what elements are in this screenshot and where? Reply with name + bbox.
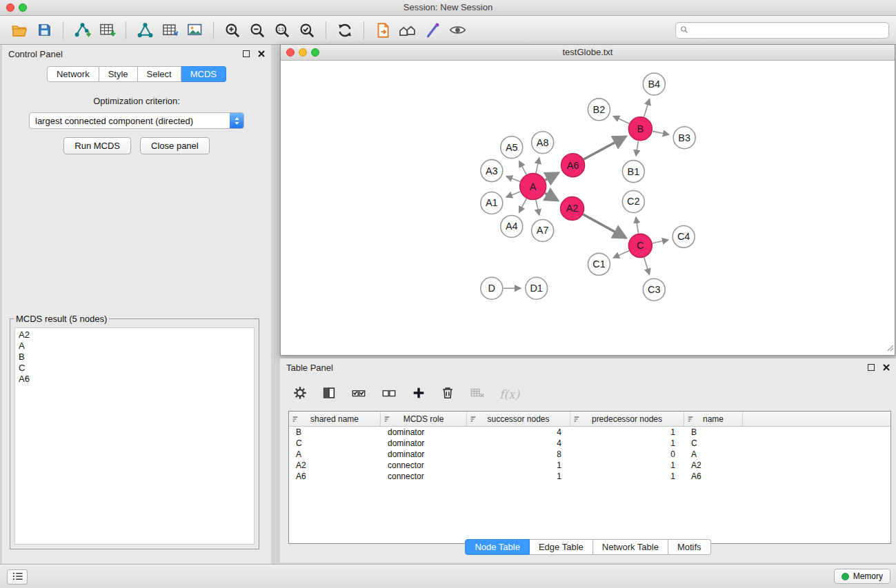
graph-node[interactable]: A4 [501,215,523,237]
show-hide-button[interactable] [445,19,470,42]
save-button[interactable] [32,19,57,42]
graph-node[interactable]: A8 [532,132,554,154]
graph-node[interactable]: C3 [643,278,665,301]
new-table-button[interactable] [157,19,182,42]
graph-edge[interactable] [506,192,520,197]
select-all-button[interactable] [350,385,367,403]
tab-style[interactable]: Style [99,66,138,82]
home-overview-button[interactable] [395,19,420,42]
graph-node-dominator[interactable]: A [520,174,546,200]
graph-node-dominator[interactable]: A6 [561,154,585,177]
graph-node[interactable]: A7 [532,219,554,241]
graph-node[interactable]: A5 [501,136,523,159]
delete-column-button[interactable] [469,385,486,403]
table-row[interactable]: A6connector11A6 [289,471,890,482]
column-header-shared-name[interactable]: shared name [289,412,381,426]
show-columns-button[interactable] [321,385,337,403]
table-settings-button[interactable] [292,385,308,403]
refresh-button[interactable] [332,19,357,42]
network-minimize-icon[interactable] [299,48,307,57]
graph-edge[interactable] [613,251,629,258]
graph-edge[interactable] [583,214,626,238]
window-close-icon[interactable] [6,3,14,12]
graph-edge[interactable] [519,199,527,212]
resize-grip[interactable] [886,342,894,354]
close-panel-icon[interactable] [883,363,890,373]
graph-node[interactable]: B2 [588,99,610,121]
table-row[interactable]: Adominator80A [289,449,890,460]
graph-node[interactable]: D1 [526,277,548,299]
result-item[interactable]: C [15,363,254,374]
tab-select[interactable]: Select [138,66,181,82]
graph-edge[interactable] [636,141,638,155]
tab-network-table[interactable]: Network Table [593,539,668,555]
new-network-button[interactable] [132,19,157,42]
graph-node[interactable]: C1 [588,253,610,275]
export-image-button[interactable] [182,19,207,42]
add-row-button[interactable] [411,385,426,403]
graph-edge[interactable] [545,193,558,200]
zoom-out-button[interactable] [245,19,270,42]
network-close-icon[interactable] [286,48,295,57]
close-panel-button[interactable]: Close panel [140,137,210,154]
table-row[interactable]: Bdominator41B [289,427,890,438]
mcds-result-list[interactable]: A2ABCA6 [14,327,255,545]
tab-motifs[interactable]: Motifs [668,539,711,555]
graph-edge[interactable] [636,217,639,233]
column-header-successor-nodes[interactable]: successor nodes [467,412,570,426]
export-document-button[interactable] [370,19,395,42]
graph-edge[interactable] [613,116,629,124]
delete-row-button[interactable] [440,385,455,403]
graph-node[interactable]: C4 [673,225,695,247]
tab-edge-table[interactable]: Edge Table [530,539,593,555]
search-input[interactable] [692,25,884,36]
graph-node[interactable]: B1 [622,161,644,183]
graph-edge[interactable] [644,258,650,275]
network-zoom-icon[interactable] [311,48,319,57]
style-brush-button[interactable] [420,19,445,42]
table-row[interactable]: Cdominator41C [289,438,890,449]
graph-node[interactable]: B3 [673,127,695,149]
table-row[interactable]: A2connector11A2 [289,460,890,471]
zoom-reset-button[interactable]: 1:1 [270,19,295,42]
result-item[interactable]: A6 [15,374,254,385]
column-header-name[interactable]: name [684,412,743,426]
function-builder-button[interactable]: f(x) [499,387,519,401]
graph-edge[interactable] [506,176,520,182]
graph-edge[interactable] [644,99,650,117]
graph-edge[interactable] [653,240,668,243]
tab-node-table[interactable]: Node Table [465,539,530,555]
graph-edge[interactable] [536,158,539,173]
graph-node-dominator[interactable]: C [628,234,652,257]
show-panels-button[interactable] [7,569,28,585]
graph-node[interactable]: D [481,277,503,299]
import-table-file-button[interactable] [94,19,119,42]
zoom-in-button[interactable] [220,19,245,42]
deselect-all-button[interactable] [381,385,397,403]
graph-edge[interactable] [584,136,626,159]
float-panel-icon[interactable] [868,364,875,371]
graph-edge[interactable] [545,173,558,180]
window-zoom-icon[interactable] [19,3,27,12]
result-item[interactable]: B [15,352,254,363]
result-item[interactable]: A [15,341,254,352]
run-mcds-button[interactable]: Run MCDS [63,137,131,154]
tab-mcds[interactable]: MCDS [181,66,226,82]
open-file-button[interactable] [7,19,32,42]
result-item[interactable]: A2 [15,330,254,341]
graph-edge[interactable] [519,161,526,174]
graph-node[interactable]: A1 [481,192,503,214]
graph-edge[interactable] [653,131,669,134]
graph-node[interactable]: A3 [481,160,503,182]
close-panel-icon[interactable] [258,49,265,59]
graph-node-dominator[interactable]: B [628,117,652,141]
zoom-fit-selected-button[interactable] [295,19,319,42]
network-window-titlebar[interactable]: testGlobe.txt [281,45,895,61]
search-field[interactable] [675,22,889,39]
tab-network[interactable]: Network [47,66,99,82]
criterion-dropdown[interactable]: largest connected component (directed) [29,112,244,129]
column-header-mcds-role[interactable]: MCDS role [381,412,467,426]
float-panel-icon[interactable] [243,50,250,57]
memory-button[interactable]: Memory [834,569,890,584]
graph-node-dominator[interactable]: A2 [561,197,584,221]
